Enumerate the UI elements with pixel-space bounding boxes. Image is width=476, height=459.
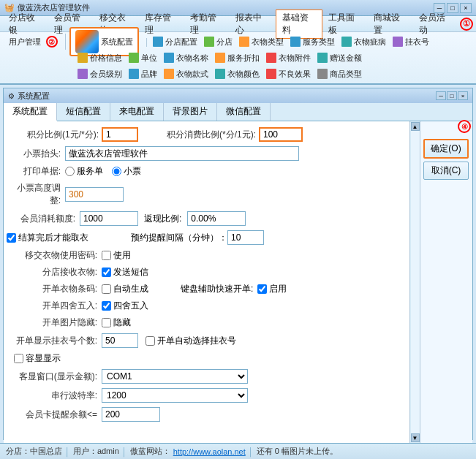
row-tupian: 开单图片隐藏: 隐藏 — [7, 316, 404, 329]
ribbon-danwei[interactable]: 单位 — [126, 52, 160, 64]
ribbon-zengsong[interactable]: 赠送金额 — [314, 52, 365, 64]
ribbon-yiwuyanse[interactable]: 衣物颜色 — [212, 68, 262, 80]
ribbon-yiwufujian[interactable]: 衣物附件 — [263, 52, 314, 64]
ribbon-pinpai[interactable]: 品牌 — [126, 68, 160, 80]
input-jifen-xiaofei[interactable] — [259, 127, 303, 142]
input-xiaopiao-gaodu[interactable] — [65, 187, 124, 202]
menu-shangcheng[interactable]: 商城设置 — [368, 10, 413, 38]
input-huiyuan-xiaofei[interactable] — [80, 211, 138, 226]
checkbox-tiaomacode[interactable]: 自动生成 — [102, 283, 175, 295]
status-sep2: │ — [122, 447, 127, 456]
input-fanxian[interactable] — [187, 211, 246, 226]
input-guayihao[interactable] — [102, 333, 138, 348]
ribbon-syscfg-label: 系统配置 — [101, 37, 133, 48]
tab-syscfg[interactable]: 系统配置 — [4, 103, 57, 121]
label-tiaomacode: 开单衣物条码: — [7, 283, 102, 295]
input-jifen-bili[interactable] — [102, 127, 138, 142]
row-keying: 客显窗口(显示金额): COM1 COM2 COM3 — [7, 369, 404, 384]
menu-baobiao[interactable]: 报表中心 — [230, 10, 275, 38]
confirm-button[interactable]: 确定(O) — [423, 139, 469, 159]
ribbon-usermgmt[interactable]: 用户管理 — [7, 36, 43, 48]
scroll-up[interactable]: ▲ — [411, 122, 420, 131]
menu-gongjumianbao[interactable]: 工具面板 — [322, 10, 368, 38]
checkbox-fendian-yiwu[interactable]: 发送短信 — [102, 266, 148, 278]
row-tiaomacode: 开单衣物条码: 自动生成 键盘辅助快速开单: 启用 — [7, 283, 404, 295]
row-dayinjuben: 打印单据: 服务单 小票 — [7, 165, 404, 178]
ribbon-shangpinleixing[interactable]: 商品类型 — [314, 68, 365, 80]
label-jifen-xiaofei: 积分消费比例(*分/1元): — [153, 129, 259, 141]
ribbon-yiwumingcheng[interactable]: 衣物名称 — [161, 52, 211, 64]
label-fanxian: 返现比例: — [144, 213, 181, 225]
close-button[interactable]: × — [460, 3, 472, 13]
label-huiyuanka: 会员卡提醒余额<= — [7, 409, 102, 421]
checkbox-rongxian[interactable]: 容显显示 — [14, 352, 61, 365]
row-fendian-yiwu: 分店接收衣物: 发送短信 — [7, 266, 404, 278]
status-branch: 分店：中国总店 — [6, 446, 62, 457]
badge-circle2: ② — [46, 36, 58, 48]
ribbon-fendian[interactable]: 分店 — [201, 36, 235, 48]
checkbox-auto-guayi[interactable]: 开单自动选择挂衣号 — [146, 335, 236, 347]
ribbon: 用户管理 ② 系统配置 | 分店配置 分店 衣物类型 服务类型 衣物疵病 挂衣号… — [0, 32, 476, 85]
cancel-button[interactable]: 取消(C) — [423, 162, 469, 180]
checkbox-jiesuan[interactable]: 结算完后才能取衣 — [7, 232, 124, 244]
ribbon-jiage[interactable]: 价格信息 — [75, 52, 125, 64]
label-tupian: 开单图片隐藏: — [7, 316, 102, 329]
label-keying: 客显窗口(显示金额): — [7, 371, 102, 383]
row-rongxian: 容显显示 — [7, 352, 404, 365]
badge-circle1: ① — [460, 18, 473, 31]
ribbon-yiwukuanshi[interactable]: 衣物款式 — [161, 68, 211, 80]
checkbox-siru[interactable]: 四舍五入 — [102, 300, 148, 312]
sub-restore-button[interactable]: □ — [447, 91, 457, 100]
tab-wxconfig[interactable]: 微信配置 — [217, 103, 271, 121]
label-fendian-yiwu: 分店接收衣物: — [7, 266, 102, 278]
scroll-down[interactable]: ▼ — [411, 433, 420, 442]
sub-min-button[interactable]: ─ — [436, 91, 446, 100]
radio-juben: 服务单 小票 — [65, 165, 141, 178]
select-keying[interactable]: COM1 COM2 COM3 — [102, 369, 248, 384]
ribbon-huiyuanji[interactable]: 会员级别 — [75, 68, 125, 80]
radio-xiaopiao[interactable]: 小票 — [112, 165, 141, 178]
sub-window-icon: ⚙ — [8, 92, 15, 100]
checkbox-mima[interactable]: 使用 — [102, 249, 131, 262]
ribbon-yiwucibing[interactable]: 衣物疵病 — [339, 36, 389, 48]
menu-jichuziliao[interactable]: 基础资料 — [276, 10, 322, 39]
label-jifen: 积分比例(1元/*分): — [7, 129, 102, 141]
checkbox-tupian[interactable]: 隐藏 — [102, 316, 131, 329]
ribbon-buliangxiaoguò[interactable]: 不良效果 — [263, 68, 314, 80]
main-area: ⚙ 系统配置 ─ □ × 系统配置 短信配置 来电配置 背景图片 微信配置 — [0, 85, 476, 443]
tab-smsconfig[interactable]: 短信配置 — [57, 103, 110, 121]
select-chuanbo[interactable]: 1200 2400 9600 — [102, 388, 248, 403]
checkbox-jianpan[interactable]: 启用 — [257, 283, 287, 295]
tab-callconfig[interactable]: 来电配置 — [110, 103, 164, 121]
label-chuanbo: 串行波特率: — [7, 390, 102, 402]
ribbon-fuwuzhekou[interactable]: 服务折扣 — [212, 52, 262, 64]
radio-fuwudan[interactable]: 服务单 — [65, 165, 103, 178]
row-chuanbo: 串行波特率: 1200 2400 9600 — [7, 388, 404, 403]
ribbon-yiwuleixing[interactable]: 衣物类型 — [236, 36, 287, 48]
label-jianpan: 键盘辅助快速开单: — [181, 283, 253, 295]
sub-close-button[interactable]: × — [458, 91, 468, 100]
scrollbar[interactable]: ▲ ▼ — [409, 121, 420, 443]
sub-title-text: ⚙ 系统配置 — [8, 91, 50, 102]
right-buttons: ④ 确定(O) 取消(C) — [420, 121, 472, 443]
row-huiyuanka: 会员卡提醒余额<= — [7, 407, 404, 422]
menu-kaoqin[interactable]: 考勤管理 — [184, 10, 230, 38]
row-guayihao: 开单显示挂衣号个数: 开单自动选择挂衣号 — [7, 333, 404, 348]
ribbon-guayihao[interactable]: 挂衣号 — [390, 36, 432, 48]
tab-bar: 系统配置 短信配置 来电配置 背景图片 微信配置 — [4, 103, 472, 121]
ribbon-fendianpeizhì[interactable]: 分店配置 — [150, 36, 200, 48]
label-xiaopiao-taotou: 小票抬头: — [7, 148, 65, 160]
input-yuding[interactable] — [227, 230, 264, 245]
sub-title-bar: ⚙ 系统配置 ─ □ × — [4, 88, 472, 103]
status-sep1: │ — [65, 447, 70, 456]
menu-kucun[interactable]: 库存管理 — [139, 10, 184, 38]
menu-huiyuanhuodong[interactable]: 会员活动 — [413, 10, 458, 38]
input-xiaopiao-taotou[interactable] — [65, 146, 299, 161]
label-huiyuan-xiaofei: 会员消耗额度: — [7, 213, 80, 225]
tab-bgimage[interactable]: 背景图片 — [164, 103, 217, 121]
label-guayihao: 开单显示挂衣号个数: — [7, 335, 102, 347]
label-siru: 开单四舍五入: — [7, 300, 102, 312]
ribbon-fuwuleixing[interactable]: 服务类型 — [287, 36, 338, 48]
input-huiyuanka[interactable] — [102, 407, 160, 422]
status-website-link[interactable]: http://www.aolan.net — [173, 447, 246, 456]
